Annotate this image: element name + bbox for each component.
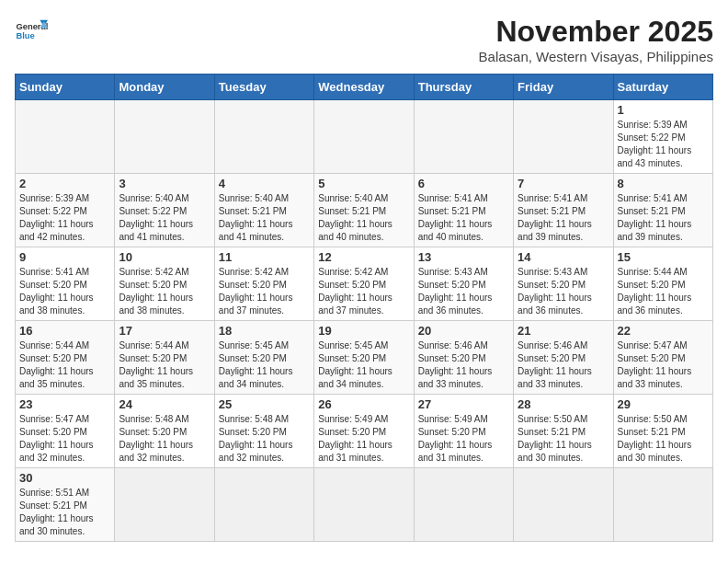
calendar-week-4: 16Sunrise: 5:44 AM Sunset: 5:20 PM Dayli… <box>16 321 713 395</box>
calendar-cell <box>514 468 613 542</box>
day-info: Sunrise: 5:44 AM Sunset: 5:20 PM Dayligh… <box>19 339 110 391</box>
calendar-cell: 28Sunrise: 5:50 AM Sunset: 5:21 PM Dayli… <box>514 395 613 468</box>
calendar-cell: 17Sunrise: 5:44 AM Sunset: 5:20 PM Dayli… <box>115 321 214 395</box>
calendar-cell: 18Sunrise: 5:45 AM Sunset: 5:20 PM Dayli… <box>214 321 313 395</box>
day-info: Sunrise: 5:41 AM Sunset: 5:21 PM Dayligh… <box>418 192 509 244</box>
day-number: 27 <box>418 397 509 411</box>
day-info: Sunrise: 5:42 AM Sunset: 5:20 PM Dayligh… <box>219 266 310 317</box>
day-info: Sunrise: 5:49 AM Sunset: 5:20 PM Dayligh… <box>318 413 409 465</box>
day-number: 6 <box>418 177 509 190</box>
calendar-cell: 13Sunrise: 5:43 AM Sunset: 5:20 PM Dayli… <box>414 247 513 321</box>
day-info: Sunrise: 5:42 AM Sunset: 5:20 PM Dayligh… <box>119 266 210 317</box>
day-info: Sunrise: 5:41 AM Sunset: 5:21 PM Dayligh… <box>518 192 609 244</box>
calendar-cell <box>613 468 712 542</box>
calendar-cell: 16Sunrise: 5:44 AM Sunset: 5:20 PM Dayli… <box>16 321 115 395</box>
day-number: 18 <box>219 324 310 338</box>
weekday-header-sunday: Sunday <box>16 75 115 100</box>
location: Balasan, Western Visayas, Philippines <box>479 49 713 64</box>
calendar-cell <box>115 468 214 542</box>
day-info: Sunrise: 5:44 AM Sunset: 5:20 PM Dayligh… <box>618 266 709 317</box>
day-number: 16 <box>19 324 110 338</box>
day-info: Sunrise: 5:47 AM Sunset: 5:20 PM Dayligh… <box>19 413 110 465</box>
calendar-cell <box>16 100 115 174</box>
weekday-header-monday: Monday <box>115 75 214 100</box>
calendar-week-1: 1Sunrise: 5:39 AM Sunset: 5:22 PM Daylig… <box>16 100 713 174</box>
day-number: 2 <box>19 177 110 190</box>
day-info: Sunrise: 5:42 AM Sunset: 5:20 PM Dayligh… <box>318 266 409 317</box>
svg-text:Blue: Blue <box>16 31 34 40</box>
calendar-cell <box>314 468 414 542</box>
day-number: 29 <box>618 397 709 411</box>
day-info: Sunrise: 5:41 AM Sunset: 5:21 PM Dayligh… <box>618 192 709 244</box>
calendar-cell: 12Sunrise: 5:42 AM Sunset: 5:20 PM Dayli… <box>314 247 414 321</box>
calendar-week-3: 9Sunrise: 5:41 AM Sunset: 5:20 PM Daylig… <box>16 247 713 321</box>
day-info: Sunrise: 5:50 AM Sunset: 5:21 PM Dayligh… <box>518 413 609 465</box>
weekday-header-wednesday: Wednesday <box>314 75 414 100</box>
calendar-cell: 3Sunrise: 5:40 AM Sunset: 5:22 PM Daylig… <box>115 174 214 247</box>
day-number: 4 <box>219 177 310 190</box>
day-number: 5 <box>318 177 409 190</box>
day-number: 13 <box>418 250 509 264</box>
calendar-cell: 27Sunrise: 5:49 AM Sunset: 5:20 PM Dayli… <box>414 395 513 468</box>
day-number: 28 <box>518 397 609 411</box>
calendar-cell <box>514 100 613 174</box>
day-info: Sunrise: 5:43 AM Sunset: 5:20 PM Dayligh… <box>518 266 609 317</box>
day-number: 8 <box>618 177 709 190</box>
calendar-week-2: 2Sunrise: 5:39 AM Sunset: 5:22 PM Daylig… <box>16 174 713 247</box>
day-number: 14 <box>518 250 609 264</box>
day-number: 11 <box>219 250 310 264</box>
day-info: Sunrise: 5:45 AM Sunset: 5:20 PM Dayligh… <box>318 339 409 391</box>
calendar-cell: 14Sunrise: 5:43 AM Sunset: 5:20 PM Dayli… <box>514 247 613 321</box>
calendar-cell: 11Sunrise: 5:42 AM Sunset: 5:20 PM Dayli… <box>214 247 313 321</box>
day-number: 7 <box>518 177 609 190</box>
day-number: 10 <box>119 250 210 264</box>
calendar-cell <box>115 100 214 174</box>
calendar: SundayMondayTuesdayWednesdayThursdayFrid… <box>15 74 713 542</box>
calendar-cell: 10Sunrise: 5:42 AM Sunset: 5:20 PM Dayli… <box>115 247 214 321</box>
day-number: 22 <box>618 324 709 338</box>
day-number: 12 <box>318 250 409 264</box>
calendar-cell: 30Sunrise: 5:51 AM Sunset: 5:21 PM Dayli… <box>16 468 115 542</box>
calendar-cell: 21Sunrise: 5:46 AM Sunset: 5:20 PM Dayli… <box>514 321 613 395</box>
day-info: Sunrise: 5:41 AM Sunset: 5:20 PM Dayligh… <box>19 266 110 317</box>
day-info: Sunrise: 5:39 AM Sunset: 5:22 PM Dayligh… <box>618 119 709 170</box>
day-info: Sunrise: 5:40 AM Sunset: 5:21 PM Dayligh… <box>219 192 310 244</box>
calendar-cell: 4Sunrise: 5:40 AM Sunset: 5:21 PM Daylig… <box>214 174 313 247</box>
day-info: Sunrise: 5:45 AM Sunset: 5:20 PM Dayligh… <box>219 339 310 391</box>
weekday-header-tuesday: Tuesday <box>214 75 313 100</box>
day-info: Sunrise: 5:39 AM Sunset: 5:22 PM Dayligh… <box>19 192 110 244</box>
header: General Blue November 2025 Balasan, West… <box>15 15 713 64</box>
day-info: Sunrise: 5:49 AM Sunset: 5:20 PM Dayligh… <box>418 413 509 465</box>
calendar-cell: 29Sunrise: 5:50 AM Sunset: 5:21 PM Dayli… <box>613 395 712 468</box>
day-info: Sunrise: 5:50 AM Sunset: 5:21 PM Dayligh… <box>618 413 709 465</box>
calendar-cell: 1Sunrise: 5:39 AM Sunset: 5:22 PM Daylig… <box>613 100 712 174</box>
month-year: November 2025 <box>479 15 713 49</box>
calendar-cell: 2Sunrise: 5:39 AM Sunset: 5:22 PM Daylig… <box>16 174 115 247</box>
title-area: November 2025 Balasan, Western Visayas, … <box>479 15 713 64</box>
day-number: 3 <box>119 177 210 190</box>
day-info: Sunrise: 5:48 AM Sunset: 5:20 PM Dayligh… <box>119 413 210 465</box>
day-info: Sunrise: 5:40 AM Sunset: 5:21 PM Dayligh… <box>318 192 409 244</box>
weekday-header-saturday: Saturday <box>613 75 712 100</box>
calendar-cell <box>314 100 414 174</box>
day-info: Sunrise: 5:51 AM Sunset: 5:21 PM Dayligh… <box>19 487 110 538</box>
calendar-cell: 5Sunrise: 5:40 AM Sunset: 5:21 PM Daylig… <box>314 174 414 247</box>
weekday-header-friday: Friday <box>514 75 613 100</box>
day-number: 19 <box>318 324 409 338</box>
day-info: Sunrise: 5:43 AM Sunset: 5:20 PM Dayligh… <box>418 266 509 317</box>
day-number: 23 <box>19 397 110 411</box>
logo: General Blue <box>15 15 48 48</box>
logo-icon: General Blue <box>15 15 48 48</box>
day-number: 25 <box>219 397 310 411</box>
day-number: 20 <box>418 324 509 338</box>
calendar-body: 1Sunrise: 5:39 AM Sunset: 5:22 PM Daylig… <box>16 100 713 542</box>
day-number: 26 <box>318 397 409 411</box>
day-number: 9 <box>19 250 110 264</box>
day-number: 17 <box>119 324 210 338</box>
calendar-week-6: 30Sunrise: 5:51 AM Sunset: 5:21 PM Dayli… <box>16 468 713 542</box>
day-number: 21 <box>518 324 609 338</box>
calendar-cell: 15Sunrise: 5:44 AM Sunset: 5:20 PM Dayli… <box>613 247 712 321</box>
calendar-cell: 25Sunrise: 5:48 AM Sunset: 5:20 PM Dayli… <box>214 395 313 468</box>
calendar-cell: 8Sunrise: 5:41 AM Sunset: 5:21 PM Daylig… <box>613 174 712 247</box>
calendar-cell: 6Sunrise: 5:41 AM Sunset: 5:21 PM Daylig… <box>414 174 513 247</box>
